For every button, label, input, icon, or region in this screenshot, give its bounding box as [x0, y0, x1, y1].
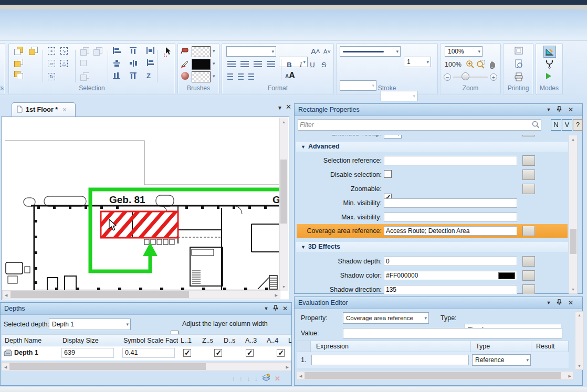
shadow-direction-button[interactable]	[522, 284, 535, 294]
page-setup-icon[interactable]	[514, 46, 523, 57]
diagnostics-mode-icon[interactable]	[545, 60, 554, 71]
property-combo[interactable]: Coverage area reference▾	[343, 312, 429, 324]
pointer-select-icon[interactable]	[162, 47, 173, 59]
gradient-brush-icon[interactable]	[181, 72, 189, 80]
distribute-horizontal-icon[interactable]	[146, 47, 154, 54]
resize-selection-icon[interactable]: ▱	[48, 60, 55, 67]
tab-1st-floor[interactable]: 1st Floor * ✕	[12, 102, 76, 116]
properties-vscrollbar[interactable]: ▲ ▼	[569, 135, 578, 294]
font-family-combo[interactable]: ▾	[226, 46, 276, 57]
selection-reference-button[interactable]	[522, 155, 535, 166]
add-depth-icon[interactable]	[262, 374, 270, 383]
fill-brush-dropdown[interactable]: ▾	[213, 48, 215, 54]
col-type[interactable]: Type	[476, 343, 490, 350]
min-visibility-input[interactable]	[384, 198, 517, 208]
depth-row[interactable]: Depth 1 639 0.41	[2, 346, 291, 361]
stroke-brush-dropdown[interactable]: ▾	[213, 61, 215, 66]
distribute-vertical-icon[interactable]	[147, 59, 154, 67]
selected-depth-combo[interactable]: Depth 1▾	[49, 319, 131, 330]
layer-checkbox-3[interactable]	[246, 349, 254, 357]
symbol-scale-cell[interactable]: 0.41	[122, 348, 175, 358]
zoom-reset-button[interactable]: 100%	[445, 61, 462, 68]
search-icon[interactable]	[532, 121, 540, 130]
properties-menu-icon[interactable]: ▼	[544, 106, 553, 114]
col-result[interactable]: Result	[536, 343, 554, 350]
stroke-brush-icon[interactable]	[181, 59, 190, 70]
transform-icon[interactable]: ↘	[60, 47, 68, 55]
shadow-direction-input[interactable]	[384, 285, 517, 294]
align-bottom-icon[interactable]	[113, 72, 121, 79]
character-format-icon[interactable]: AA	[285, 71, 295, 80]
center-vertical-icon[interactable]	[113, 60, 121, 67]
combine-icon[interactable]	[80, 72, 89, 81]
section-advanced[interactable]: ▼Advanced	[296, 142, 568, 152]
select-frame-icon[interactable]: ⌖	[48, 47, 55, 55]
coverage-area[interactable]	[87, 208, 204, 241]
filter-value-button[interactable]: V	[562, 119, 572, 131]
canvas-vscrollbar[interactable]: ▲ ▼	[279, 118, 288, 291]
zoom-slider-track[interactable]	[453, 77, 488, 78]
print-icon[interactable]	[514, 72, 523, 83]
properties-pin-icon[interactable]	[555, 106, 563, 114]
col-l2[interactable]: L..	[288, 337, 291, 344]
disable-selection-checkbox[interactable]	[384, 170, 392, 178]
zoom-region-icon[interactable]	[476, 60, 485, 70]
align-text-center-icon[interactable]	[240, 61, 249, 67]
col-a4[interactable]: A..4	[267, 337, 278, 344]
zoom-in-button[interactable]: +	[490, 73, 497, 81]
filter-name-button[interactable]: N	[551, 119, 561, 131]
selection-reference-input[interactable]	[384, 156, 517, 165]
floor-plan[interactable]: Geb. 81 G	[3, 118, 280, 291]
bring-forward-icon[interactable]	[29, 47, 38, 55]
tab-close-icon[interactable]: ✕	[62, 107, 67, 113]
merge-icon[interactable]	[80, 60, 87, 66]
align-text-middle-icon[interactable]	[238, 73, 244, 80]
line-style-combo[interactable]: ▾	[340, 46, 401, 57]
ungroup-icon[interactable]	[93, 47, 102, 56]
shrink-font-icon[interactable]: A˅	[322, 46, 332, 57]
zoomable-button[interactable]	[522, 184, 535, 194]
value-input[interactable]	[343, 328, 562, 338]
delete-depth-icon[interactable]: ✕	[275, 375, 280, 383]
gradient-brush-swatch[interactable]	[192, 71, 211, 82]
italic-button[interactable]: I	[296, 59, 306, 70]
col-expression[interactable]: Expression	[316, 343, 349, 350]
col-a3[interactable]: A..3	[245, 337, 257, 344]
evaluation-menu-icon[interactable]: ▼	[544, 299, 553, 307]
tab-list-dropdown-icon[interactable]: ▼	[277, 105, 282, 111]
move-down-icon[interactable]: ↓	[247, 375, 250, 383]
depths-hscrollbar[interactable]: ◀ ▶	[2, 362, 291, 371]
display-size-cell[interactable]: 639	[61, 348, 114, 358]
group-icon[interactable]	[80, 47, 89, 56]
disable-selection-button[interactable]	[522, 169, 535, 180]
col-zs[interactable]: Z..s	[202, 337, 213, 344]
fill-brush-icon[interactable]	[181, 46, 190, 57]
col-l1[interactable]: L..1	[181, 337, 192, 344]
send-backward-icon[interactable]	[14, 59, 23, 67]
depths-pin-icon[interactable]	[271, 305, 280, 313]
reverse-order-icon[interactable]: Z	[146, 72, 151, 79]
depths-close-icon[interactable]: ✕	[281, 305, 289, 313]
send-to-back-icon[interactable]	[14, 71, 23, 79]
layer-checkbox-4[interactable]	[277, 349, 285, 357]
layer-checkbox-2[interactable]	[214, 349, 222, 357]
gradient-brush-dropdown[interactable]: ▾	[213, 73, 215, 79]
center-horizontal-icon[interactable]	[130, 60, 138, 67]
expression-input[interactable]	[311, 355, 469, 365]
underline-button[interactable]: U	[307, 59, 318, 70]
shadow-depth-button[interactable]	[522, 256, 535, 267]
align-text-left-icon[interactable]	[227, 61, 236, 67]
shadow-color-input[interactable]	[384, 271, 517, 280]
move-bottom-icon[interactable]: ↓	[255, 375, 258, 383]
align-text-bottom-icon[interactable]	[248, 73, 254, 80]
shadow-color-swatch[interactable]	[498, 272, 515, 279]
col-depth-name[interactable]: Depth Name	[5, 337, 41, 344]
col-symbol-scale[interactable]: Symbol Scale Factor	[123, 337, 178, 344]
max-visibility-input[interactable]	[384, 213, 517, 222]
bold-button[interactable]: B	[284, 59, 295, 70]
evaluation-vscrollbar[interactable]: ▲ ▼	[575, 311, 584, 370]
zoom-out-button[interactable]: −	[444, 73, 451, 81]
move-top-icon[interactable]: ↑	[232, 375, 235, 383]
rotate-selection-icon[interactable]: ↻	[48, 73, 55, 80]
evaluation-hscrollbar[interactable]: ◀ ▶	[297, 371, 574, 380]
